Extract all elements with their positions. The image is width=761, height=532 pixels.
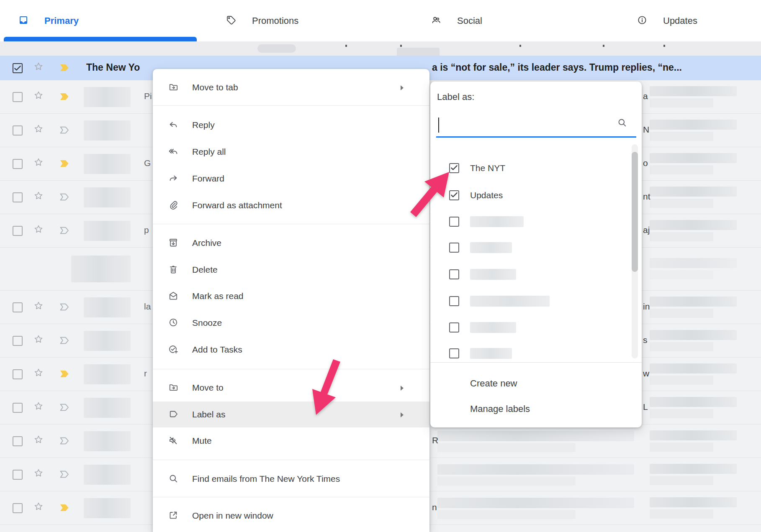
row-checkbox[interactable] <box>13 192 23 202</box>
row-checkbox[interactable] <box>13 92 23 102</box>
star-icon[interactable] <box>33 191 47 204</box>
importance-marker-icon[interactable] <box>59 159 74 169</box>
label-option-redacted[interactable] <box>430 213 627 230</box>
label-option-redacted[interactable] <box>430 239 627 256</box>
importance-marker-icon[interactable] <box>59 63 74 74</box>
star-icon[interactable] <box>33 224 47 238</box>
importance-marker-icon[interactable] <box>59 469 74 480</box>
menu-divider <box>153 224 429 224</box>
label-option-redacted[interactable] <box>430 293 627 309</box>
row-checkbox[interactable] <box>13 503 23 513</box>
label-search-input[interactable] <box>437 116 614 135</box>
label-as-submenu: Label as: The NYT Updates <box>430 82 642 427</box>
row-checkbox[interactable] <box>13 159 23 169</box>
star-icon[interactable] <box>33 435 47 448</box>
checkbox-checked[interactable] <box>449 163 459 173</box>
volume-off-icon <box>168 435 180 447</box>
blurred-label-name <box>470 269 516 280</box>
menu-item-mark-as-read[interactable]: Mark as read <box>153 283 429 309</box>
scrollbar-thumb[interactable] <box>632 152 638 272</box>
checkbox-unchecked[interactable] <box>449 296 459 306</box>
row-checkbox[interactable] <box>13 302 23 312</box>
checkbox-unchecked[interactable] <box>449 217 459 227</box>
folder-move-icon <box>168 382 180 394</box>
menu-item-add-to-tasks[interactable]: Add to Tasks <box>153 337 429 363</box>
star-icon[interactable] <box>33 157 47 171</box>
star-icon[interactable] <box>33 124 47 137</box>
menu-item-reply-all[interactable]: Reply all <box>153 139 429 165</box>
row-checkbox[interactable] <box>13 470 23 480</box>
checkbox-unchecked[interactable] <box>449 269 459 279</box>
tab-social[interactable]: Social <box>431 0 482 41</box>
label-option-the-nyt[interactable]: The NYT <box>430 160 627 176</box>
row-checkbox[interactable] <box>13 436 23 446</box>
menu-item-forward[interactable]: Forward <box>153 166 429 192</box>
row-checkbox[interactable] <box>13 63 23 73</box>
reply-icon <box>168 120 180 131</box>
submenu-divider <box>430 362 642 363</box>
checkbox-checked[interactable] <box>449 190 459 200</box>
search-icon <box>617 118 630 130</box>
importance-marker-icon[interactable] <box>59 192 74 203</box>
blurred-subject <box>437 464 634 486</box>
star-icon[interactable] <box>33 468 47 481</box>
archive-icon <box>168 238 180 249</box>
tab-promotions[interactable]: Promotions <box>226 0 298 41</box>
checkbox-unchecked[interactable] <box>449 322 459 332</box>
label-option-updates[interactable]: Updates <box>430 187 627 204</box>
folder-move-icon <box>168 82 180 93</box>
text-fragment: G <box>144 158 151 168</box>
importance-marker-icon[interactable] <box>59 436 74 447</box>
submenu-chevron-icon <box>397 383 406 392</box>
importance-marker-icon[interactable] <box>59 335 74 346</box>
menu-item-move-to[interactable]: Move to <box>153 375 429 401</box>
menu-item-delete[interactable]: Delete <box>153 257 429 283</box>
checkmark-icon <box>449 190 459 200</box>
label-option-redacted[interactable] <box>430 319 627 336</box>
row-checkbox[interactable] <box>13 226 23 236</box>
create-new-label-button[interactable]: Create new <box>470 377 517 390</box>
star-icon[interactable] <box>33 501 47 515</box>
star-icon[interactable] <box>33 61 47 75</box>
menu-item-open-in-new-window[interactable]: Open in new window <box>153 503 429 529</box>
menu-item-move-to-tab[interactable]: Move to tab <box>153 74 429 100</box>
star-icon[interactable] <box>33 334 47 348</box>
open-in-new-icon <box>168 510 180 522</box>
importance-marker-icon[interactable] <box>59 402 74 413</box>
label-option-redacted[interactable] <box>430 266 627 283</box>
manage-labels-button[interactable]: Manage labels <box>470 403 530 415</box>
active-tab-underline <box>4 37 197 41</box>
menu-item-reply[interactable]: Reply <box>153 112 429 138</box>
star-icon[interactable] <box>33 368 47 381</box>
importance-marker-icon[interactable] <box>59 302 74 313</box>
menu-item-mute[interactable]: Mute <box>153 428 429 454</box>
row-checkbox[interactable] <box>13 125 23 136</box>
row-checkbox[interactable] <box>13 369 23 379</box>
menu-item-archive[interactable]: Archive <box>153 230 429 256</box>
blurred-sender <box>84 498 131 518</box>
menu-item-snooze[interactable]: Snooze <box>153 310 429 336</box>
row-checkbox[interactable] <box>13 336 23 346</box>
star-icon[interactable] <box>33 90 47 104</box>
blurred-sender <box>84 398 131 418</box>
star-icon[interactable] <box>33 401 47 414</box>
checkbox-unchecked[interactable] <box>449 348 459 358</box>
importance-marker-icon[interactable] <box>59 369 74 380</box>
row-checkbox[interactable] <box>13 403 23 413</box>
importance-marker-icon[interactable] <box>59 125 74 136</box>
text-fragment: s <box>643 335 648 345</box>
text-fragment: L <box>643 402 648 412</box>
menu-item-forward-as-attachment[interactable]: Forward as attachment <box>153 192 429 218</box>
importance-marker-icon[interactable] <box>59 92 74 102</box>
importance-marker-icon[interactable] <box>59 503 74 514</box>
checkbox-unchecked[interactable] <box>449 243 459 253</box>
label-option-redacted[interactable] <box>430 345 627 362</box>
blurred-subject <box>437 431 634 452</box>
importance-marker-icon[interactable] <box>59 225 74 236</box>
tab-updates[interactable]: Updates <box>637 0 697 41</box>
star-icon[interactable] <box>33 301 47 314</box>
tab-primary[interactable]: Primary <box>18 0 79 41</box>
blurred-subject <box>650 397 746 419</box>
menu-item-label-as[interactable]: Label as <box>153 402 429 427</box>
menu-item-find-emails[interactable]: Find emails from The New York Times <box>153 466 429 492</box>
